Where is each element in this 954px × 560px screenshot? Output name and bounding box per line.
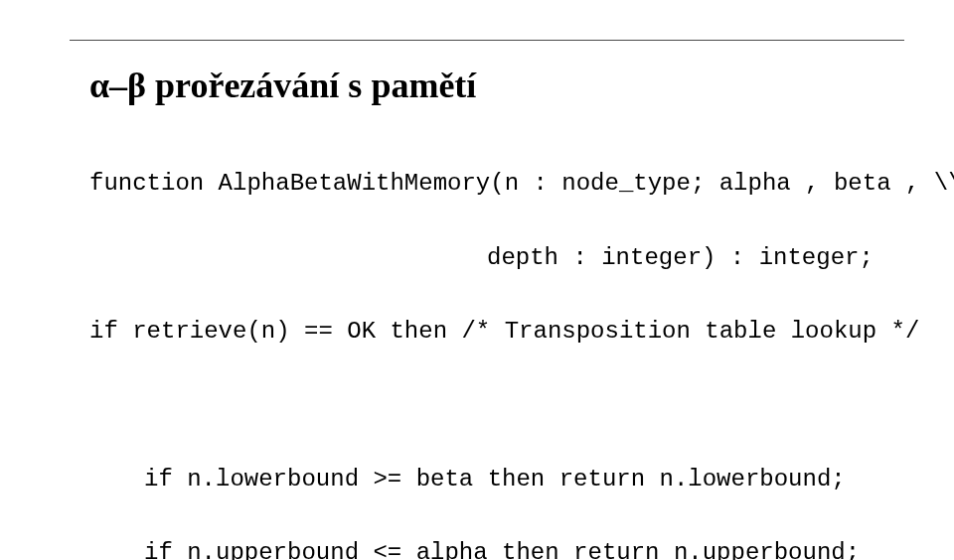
code-line-4: if n.lowerbound >= beta then return n.lo… <box>89 461 884 497</box>
top-rule <box>70 40 904 41</box>
title-alpha-beta: α–β <box>89 66 155 105</box>
code-line-3: if retrieve(n) == OK then /* Transpositi… <box>89 313 884 350</box>
slide-title: α–β prořezávání s pamětí <box>89 65 884 106</box>
code-line-2: depth : integer) : integer; <box>89 239 884 276</box>
code-line-5: if n.upperbound <= alpha then return n.u… <box>89 534 884 560</box>
code-line-1: function AlphaBetaWithMemory(n : node_ty… <box>89 165 884 202</box>
code-block: function AlphaBetaWithMemory(n : node_ty… <box>89 128 884 560</box>
code-blank-1 <box>89 386 884 423</box>
document-page: α–β prořezávání s pamětí function AlphaB… <box>0 0 954 560</box>
title-text: prořezávání s pamětí <box>155 66 476 105</box>
